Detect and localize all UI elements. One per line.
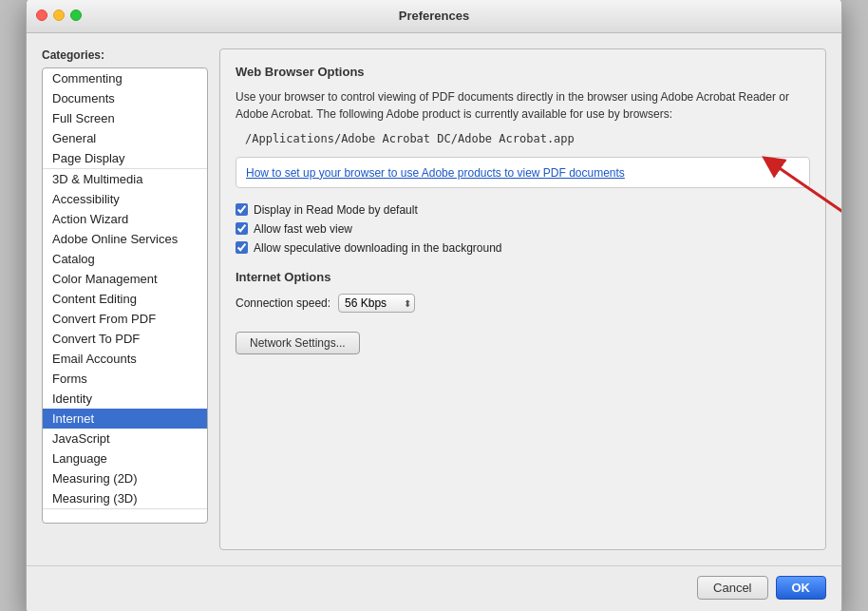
main-content: Categories: Commenting Documents Full Sc…: [27, 33, 841, 565]
categories-label: Categories:: [42, 48, 208, 62]
browser-link[interactable]: How to set up your browser to use Adobe …: [246, 166, 625, 180]
sidebar-item-commenting[interactable]: Commenting: [43, 68, 207, 88]
window-title: Preferences: [399, 9, 469, 23]
checkbox-readmode-label: Display in Read Mode by default: [254, 203, 418, 217]
preferences-window: Preferences Categories: Commenting Docum…: [26, 0, 842, 611]
sidebar-item-accessibility[interactable]: Accessibility: [43, 189, 207, 209]
sidebar-item-converttopdf[interactable]: Convert To PDF: [43, 329, 207, 349]
sidebar-item-language[interactable]: Language: [43, 449, 207, 468]
sidebar-item-forms[interactable]: Forms: [43, 369, 207, 389]
sidebar-item-actionwizard[interactable]: Action Wizard: [43, 209, 207, 229]
sidebar-item-colormanagement[interactable]: Color Management: [43, 269, 207, 289]
connection-row: Connection speed: 14.4 Kbps 28.8 Kbps 56…: [236, 294, 810, 313]
sidebar: Categories: Commenting Documents Full Sc…: [42, 48, 208, 550]
internet-options-title: Internet Options: [236, 270, 810, 284]
sidebar-item-documents[interactable]: Documents: [43, 88, 207, 108]
sidebar-item-fullscreen[interactable]: Full Screen: [43, 108, 207, 128]
main-panel: Web Browser Options Use your browser to …: [219, 48, 826, 550]
sidebar-list: Commenting Documents Full Screen General…: [42, 67, 208, 524]
web-browser-section-title: Web Browser Options: [236, 65, 810, 79]
sidebar-item-measuring2d[interactable]: Measuring (2D): [43, 468, 207, 488]
sidebar-group-bottom: 3D & Multimedia Accessibility Action Wiz…: [43, 169, 207, 509]
checkbox-row-readmode: Display in Read Mode by default: [236, 203, 810, 217]
sidebar-item-pagedisplay[interactable]: Page Display: [43, 148, 207, 168]
checkbox-row-fastwebview: Allow fast web view: [236, 222, 810, 236]
connection-speed-wrapper: 14.4 Kbps 28.8 Kbps 56 Kbps 128 Kbps 256…: [338, 294, 415, 313]
sidebar-group-top: Commenting Documents Full Screen General…: [43, 68, 207, 169]
sidebar-item-catalog[interactable]: Catalog: [43, 249, 207, 269]
checkbox-fastwebview[interactable]: [236, 222, 248, 235]
link-row: How to set up your browser to use Adobe …: [236, 157, 810, 188]
sidebar-item-contentediting[interactable]: Content Editing: [43, 289, 207, 309]
sidebar-item-javascript[interactable]: JavaScript: [43, 429, 207, 449]
bottom-bar: Cancel OK: [27, 565, 841, 612]
checkbox-fastwebview-label: Allow fast web view: [254, 222, 352, 236]
sidebar-item-measuring3d[interactable]: Measuring (3D): [43, 488, 207, 508]
minimize-button[interactable]: [53, 10, 65, 21]
checkbox-speculative-label: Allow speculative downloading in the bac…: [254, 241, 502, 255]
app-path: /Applications/Adobe Acrobat DC/Adobe Acr…: [245, 132, 810, 145]
zoom-button[interactable]: [70, 10, 82, 21]
traffic-lights: [36, 10, 82, 21]
checkbox-readmode[interactable]: [236, 203, 248, 216]
titlebar: Preferences: [27, 0, 841, 33]
ok-button[interactable]: OK: [776, 576, 827, 600]
sidebar-item-3dmultimedia[interactable]: 3D & Multimedia: [43, 169, 207, 189]
sidebar-item-emailaccounts[interactable]: Email Accounts: [43, 349, 207, 369]
sidebar-item-internet[interactable]: Internet: [43, 409, 207, 429]
cancel-button[interactable]: Cancel: [697, 576, 767, 600]
checkbox-speculative[interactable]: [236, 241, 248, 254]
sidebar-item-general[interactable]: General: [43, 128, 207, 148]
description-text: Use your browser to control viewing of P…: [236, 88, 810, 123]
checkbox-row-speculative: Allow speculative downloading in the bac…: [236, 241, 810, 255]
checkbox-group: Display in Read Mode by default Allow fa…: [236, 203, 810, 255]
sidebar-item-adobeonline[interactable]: Adobe Online Services: [43, 229, 207, 249]
close-button[interactable]: [36, 10, 47, 21]
network-settings-button[interactable]: Network Settings...: [236, 332, 360, 354]
connection-speed-label: Connection speed:: [236, 296, 330, 310]
sidebar-item-identity[interactable]: Identity: [43, 389, 207, 409]
sidebar-item-convertfrompdf[interactable]: Convert From PDF: [43, 309, 207, 329]
connection-speed-select[interactable]: 14.4 Kbps 28.8 Kbps 56 Kbps 128 Kbps 256…: [338, 294, 415, 313]
